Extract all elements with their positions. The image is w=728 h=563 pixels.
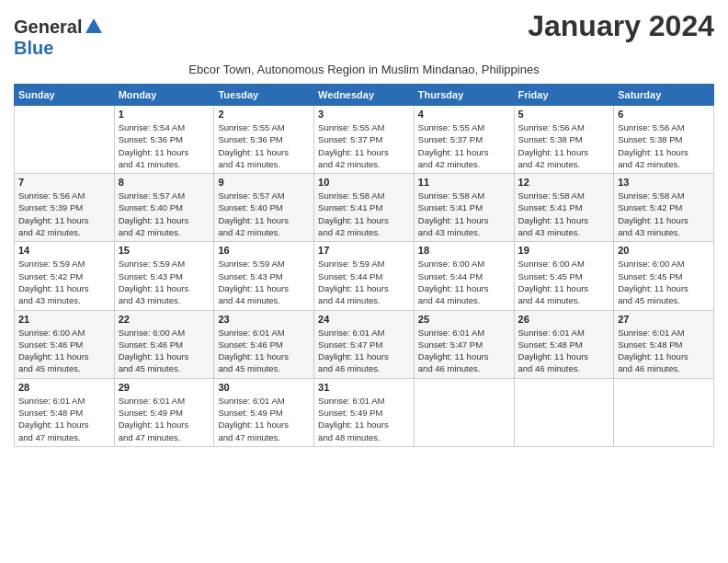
calendar-day-cell: 27Sunrise: 6:01 AM Sunset: 5:48 PM Dayli…	[614, 310, 714, 378]
day-info: Sunrise: 6:01 AM Sunset: 5:48 PM Dayligh…	[18, 395, 110, 443]
day-number: 12	[518, 177, 610, 188]
day-info: Sunrise: 6:01 AM Sunset: 5:49 PM Dayligh…	[119, 395, 210, 443]
calendar-day-cell: 14Sunrise: 5:59 AM Sunset: 5:42 PM Dayli…	[15, 242, 115, 310]
day-number: 30	[218, 382, 310, 393]
calendar-week-row: 1Sunrise: 5:54 AM Sunset: 5:36 PM Daylig…	[15, 106, 714, 174]
calendar-day-cell: 17Sunrise: 5:59 AM Sunset: 5:44 PM Dayli…	[314, 242, 415, 310]
day-info: Sunrise: 6:00 AM Sunset: 5:46 PM Dayligh…	[119, 327, 210, 375]
day-info: Sunrise: 6:00 AM Sunset: 5:46 PM Dayligh…	[18, 327, 110, 375]
calendar-col-header: Saturday	[614, 85, 714, 106]
day-number: 21	[18, 314, 110, 325]
calendar-day-cell: 7Sunrise: 5:56 AM Sunset: 5:39 PM Daylig…	[15, 174, 115, 242]
day-info: Sunrise: 6:01 AM Sunset: 5:47 PM Dayligh…	[418, 327, 510, 375]
day-number: 16	[218, 245, 310, 256]
calendar-day-cell: 26Sunrise: 6:01 AM Sunset: 5:48 PM Dayli…	[514, 310, 614, 378]
calendar-day-cell: 2Sunrise: 5:55 AM Sunset: 5:36 PM Daylig…	[214, 106, 314, 174]
day-info: Sunrise: 6:01 AM Sunset: 5:49 PM Dayligh…	[218, 395, 310, 443]
logo-general: General	[14, 17, 82, 38]
calendar-day-cell: 1Sunrise: 5:54 AM Sunset: 5:36 PM Daylig…	[114, 106, 214, 174]
calendar-col-header: Tuesday	[214, 85, 314, 106]
day-info: Sunrise: 5:55 AM Sunset: 5:37 PM Dayligh…	[418, 121, 510, 170]
day-info: Sunrise: 5:58 AM Sunset: 5:42 PM Dayligh…	[618, 190, 710, 238]
calendar-col-header: Sunday	[15, 85, 115, 106]
day-number: 15	[119, 245, 210, 256]
calendar-header-row: SundayMondayTuesdayWednesdayThursdayFrid…	[15, 85, 714, 106]
calendar-week-row: 21Sunrise: 6:00 AM Sunset: 5:46 PM Dayli…	[15, 310, 714, 378]
day-number: 20	[618, 245, 710, 256]
day-number: 29	[119, 382, 210, 393]
day-info: Sunrise: 5:59 AM Sunset: 5:43 PM Dayligh…	[119, 258, 210, 306]
logo-icon	[84, 17, 104, 37]
day-info: Sunrise: 5:54 AM Sunset: 5:36 PM Dayligh…	[119, 121, 210, 170]
calendar-day-cell	[514, 378, 614, 446]
day-info: Sunrise: 5:58 AM Sunset: 5:41 PM Dayligh…	[418, 190, 510, 238]
calendar-day-cell: 3Sunrise: 5:55 AM Sunset: 5:37 PM Daylig…	[314, 106, 415, 174]
calendar-day-cell: 16Sunrise: 5:59 AM Sunset: 5:43 PM Dayli…	[214, 242, 314, 310]
calendar-day-cell: 11Sunrise: 5:58 AM Sunset: 5:41 PM Dayli…	[414, 174, 514, 242]
day-number: 11	[418, 177, 510, 188]
day-number: 22	[119, 314, 210, 325]
day-number: 13	[618, 177, 710, 188]
day-number: 4	[418, 109, 510, 120]
day-number: 17	[318, 245, 410, 256]
day-number: 5	[518, 109, 610, 120]
calendar-day-cell: 21Sunrise: 6:00 AM Sunset: 5:46 PM Dayli…	[15, 310, 115, 378]
subtitle: Ebcor Town, Autonomous Region in Muslim …	[14, 63, 714, 76]
day-number: 24	[318, 314, 410, 325]
day-number: 18	[418, 245, 510, 256]
calendar-day-cell: 15Sunrise: 5:59 AM Sunset: 5:43 PM Dayli…	[114, 242, 214, 310]
day-number: 28	[18, 382, 110, 393]
day-number: 2	[218, 109, 310, 120]
day-info: Sunrise: 5:59 AM Sunset: 5:42 PM Dayligh…	[18, 258, 110, 306]
day-info: Sunrise: 6:01 AM Sunset: 5:48 PM Dayligh…	[518, 327, 610, 375]
day-info: Sunrise: 5:56 AM Sunset: 5:39 PM Dayligh…	[18, 190, 110, 238]
calendar-day-cell: 30Sunrise: 6:01 AM Sunset: 5:49 PM Dayli…	[214, 378, 314, 446]
calendar-day-cell: 9Sunrise: 5:57 AM Sunset: 5:40 PM Daylig…	[214, 174, 314, 242]
day-info: Sunrise: 6:00 AM Sunset: 5:45 PM Dayligh…	[618, 258, 710, 306]
calendar-day-cell: 5Sunrise: 5:56 AM Sunset: 5:38 PM Daylig…	[514, 106, 614, 174]
day-info: Sunrise: 5:57 AM Sunset: 5:40 PM Dayligh…	[119, 190, 210, 238]
day-info: Sunrise: 5:59 AM Sunset: 5:44 PM Dayligh…	[318, 258, 410, 306]
calendar-col-header: Friday	[514, 85, 614, 106]
day-number: 10	[318, 177, 410, 188]
calendar-day-cell	[614, 378, 714, 446]
month-title: January 2024	[528, 9, 714, 43]
logo-blue: Blue	[14, 38, 53, 59]
svg-marker-0	[85, 18, 102, 33]
calendar-day-cell: 22Sunrise: 6:00 AM Sunset: 5:46 PM Dayli…	[114, 310, 214, 378]
calendar-day-cell: 6Sunrise: 5:56 AM Sunset: 5:38 PM Daylig…	[614, 106, 714, 174]
logo: General Blue	[14, 17, 104, 59]
calendar-day-cell: 10Sunrise: 5:58 AM Sunset: 5:41 PM Dayli…	[314, 174, 415, 242]
calendar-col-header: Wednesday	[314, 85, 415, 106]
calendar-day-cell: 31Sunrise: 6:01 AM Sunset: 5:49 PM Dayli…	[314, 378, 415, 446]
calendar-day-cell: 29Sunrise: 6:01 AM Sunset: 5:49 PM Dayli…	[114, 378, 214, 446]
calendar-col-header: Monday	[114, 85, 214, 106]
calendar-day-cell	[15, 106, 115, 174]
calendar-day-cell: 25Sunrise: 6:01 AM Sunset: 5:47 PM Dayli…	[414, 310, 514, 378]
day-number: 7	[18, 177, 110, 188]
calendar-day-cell: 12Sunrise: 5:58 AM Sunset: 5:41 PM Dayli…	[514, 174, 614, 242]
day-info: Sunrise: 6:00 AM Sunset: 5:44 PM Dayligh…	[418, 258, 510, 306]
calendar-week-row: 7Sunrise: 5:56 AM Sunset: 5:39 PM Daylig…	[15, 174, 714, 242]
day-number: 3	[318, 109, 410, 120]
day-number: 27	[618, 314, 710, 325]
day-number: 1	[119, 109, 210, 120]
day-info: Sunrise: 5:55 AM Sunset: 5:36 PM Dayligh…	[218, 121, 310, 170]
calendar-week-row: 14Sunrise: 5:59 AM Sunset: 5:42 PM Dayli…	[15, 242, 714, 310]
calendar-day-cell: 19Sunrise: 6:00 AM Sunset: 5:45 PM Dayli…	[514, 242, 614, 310]
calendar-day-cell: 4Sunrise: 5:55 AM Sunset: 5:37 PM Daylig…	[414, 106, 514, 174]
calendar-day-cell: 8Sunrise: 5:57 AM Sunset: 5:40 PM Daylig…	[114, 174, 214, 242]
calendar-week-row: 28Sunrise: 6:01 AM Sunset: 5:48 PM Dayli…	[15, 378, 714, 446]
day-number: 26	[518, 314, 610, 325]
day-info: Sunrise: 5:57 AM Sunset: 5:40 PM Dayligh…	[218, 190, 310, 238]
calendar-day-cell: 24Sunrise: 6:01 AM Sunset: 5:47 PM Dayli…	[314, 310, 415, 378]
day-info: Sunrise: 5:56 AM Sunset: 5:38 PM Dayligh…	[518, 121, 610, 170]
day-info: Sunrise: 6:01 AM Sunset: 5:49 PM Dayligh…	[318, 395, 410, 443]
calendar-table: SundayMondayTuesdayWednesdayThursdayFrid…	[14, 84, 714, 447]
calendar-col-header: Thursday	[414, 85, 514, 106]
day-number: 14	[18, 245, 110, 256]
day-info: Sunrise: 6:01 AM Sunset: 5:48 PM Dayligh…	[618, 327, 710, 375]
day-info: Sunrise: 5:58 AM Sunset: 5:41 PM Dayligh…	[518, 190, 610, 238]
calendar-body: 1Sunrise: 5:54 AM Sunset: 5:36 PM Daylig…	[15, 106, 714, 447]
day-number: 25	[418, 314, 510, 325]
